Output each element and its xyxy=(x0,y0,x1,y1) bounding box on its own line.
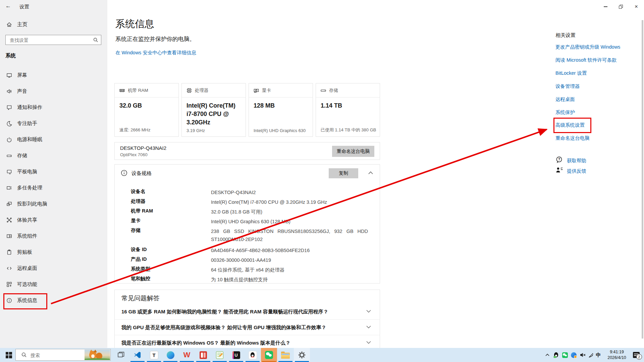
sidebar-item-notifications[interactable]: 通知和操作 xyxy=(0,101,107,114)
collapse-chevron-icon[interactable] xyxy=(368,171,373,174)
storage-drive-icon xyxy=(6,153,12,159)
sidebar-item-power-sleep[interactable]: 电源和睡眠 xyxy=(0,133,107,146)
wps-icon: W xyxy=(183,351,191,359)
taskbar-app-vscode[interactable] xyxy=(129,348,146,362)
related-link-change-product-key[interactable]: 更改产品密钥或升级 Windows xyxy=(555,44,620,50)
svg-text:?: ? xyxy=(558,158,560,161)
sidebar-section-label: 系统 xyxy=(5,52,16,59)
sidebar-item-optional-features[interactable]: 可选功能 xyxy=(0,278,107,291)
sidebar-item-tablet[interactable]: 平板电脑 xyxy=(0,165,107,178)
taskbar-app-typora[interactable]: T xyxy=(146,348,162,362)
taskbar-app-pdf[interactable] xyxy=(195,348,211,362)
related-link-rename-pc[interactable]: 重命名这台电脑 xyxy=(555,135,590,141)
home-icon xyxy=(6,22,12,27)
chevron-down-icon xyxy=(366,341,371,344)
sidebar-item-about[interactable]: 系统信息 xyxy=(0,294,107,307)
settings-window: ← 设置 主页 系统 屏幕 声音 通知和操作 专注助手 xyxy=(0,0,644,362)
security-center-link[interactable]: 在 Windows 安全中心中查看详细信息 xyxy=(115,50,196,56)
sidebar-item-multitasking[interactable]: 多任务处理 xyxy=(0,181,107,194)
device-model: OptiPlex 7060 xyxy=(120,152,148,157)
taskbar-app-qq[interactable] xyxy=(245,348,261,362)
minimize-button[interactable] xyxy=(598,0,613,13)
tray-ime-indicator[interactable]: 中 xyxy=(594,348,602,362)
sidebar-item-home[interactable]: 主页 xyxy=(0,19,107,30)
remote-desktop-icon xyxy=(6,265,12,271)
tablet-icon xyxy=(6,169,12,175)
taskbar-app-settings[interactable] xyxy=(294,348,310,362)
get-help-link[interactable]: 获取帮助 xyxy=(567,158,586,164)
sidebar-item-display[interactable]: 屏幕 xyxy=(0,68,107,82)
taskbar-app-intellij-u[interactable]: U xyxy=(228,348,244,362)
start-button[interactable] xyxy=(3,348,15,362)
sidebar-item-focus-assist[interactable]: 专注助手 xyxy=(0,117,107,130)
tray-show-hidden-icons[interactable] xyxy=(543,348,551,362)
taskbar-app-edge[interactable] xyxy=(162,348,178,362)
close-button[interactable]: × xyxy=(629,0,644,13)
sidebar-item-storage[interactable]: 存储 xyxy=(0,149,107,162)
related-link-system-protection[interactable]: 系统保护 xyxy=(555,109,575,116)
taskbar-app-file-explorer[interactable] xyxy=(277,348,293,362)
faq-question-row[interactable]: 16 GB 或更多 RAM 如何影响我的电脑性能？ 能否使用此 RAM 容量顺畅… xyxy=(115,304,380,319)
settings-search-input[interactable] xyxy=(9,35,88,45)
file-explorer-icon xyxy=(281,352,290,359)
device-name-panel: DESKTOP-Q43NAI2 OptiPlex 7060 重命名这台电脑 xyxy=(114,142,380,160)
task-view-button[interactable] xyxy=(114,348,128,362)
sidebar-item-clipboard[interactable]: 剪贴板 xyxy=(0,245,107,259)
tray-clock[interactable]: 9:41:19 2026/4/10 xyxy=(603,349,631,361)
tray-qq-icon xyxy=(553,352,559,358)
optional-features-icon xyxy=(6,282,12,287)
info-icon xyxy=(121,170,127,176)
related-link-bitlocker[interactable]: BitLocker 设置 xyxy=(555,70,587,76)
display-icon xyxy=(6,72,12,78)
taskbar-search-icon xyxy=(21,352,26,357)
ram-icon xyxy=(119,88,125,93)
taskbar: T W xyxy=(0,348,644,362)
tray-qq[interactable] xyxy=(552,348,560,362)
sidebar-home-label: 主页 xyxy=(17,21,28,28)
volume-muted-icon xyxy=(580,352,586,358)
related-link-device-manager[interactable]: 设备管理器 xyxy=(555,83,580,89)
chevron-up-icon xyxy=(545,354,549,356)
related-link-license-terms[interactable]: 阅读 Microsoft 软件许可条款 xyxy=(555,57,617,63)
tray-wechat[interactable] xyxy=(561,348,569,362)
notepad-plus-icon xyxy=(216,351,223,359)
taskbar-search-box xyxy=(15,349,111,361)
feedback-icon xyxy=(556,167,563,174)
tray-browser[interactable] xyxy=(570,348,578,362)
sidebar-item-remote-desktop[interactable]: 远程桌面 xyxy=(0,261,107,275)
notification-badge: 2 xyxy=(636,354,642,360)
pen-icon xyxy=(588,352,594,358)
sidebar-item-projecting[interactable]: 投影到此电脑 xyxy=(0,197,107,210)
card-graphics: 显卡 128 MB Intel(R) UHD Graphics 630 xyxy=(249,83,313,137)
sidebar-item-sound[interactable]: 声音 xyxy=(0,84,107,98)
sidebar-item-system-components[interactable]: 系统组件 xyxy=(0,229,107,243)
tray-time: 9:41:19 xyxy=(603,349,631,355)
taskbar-search-input[interactable] xyxy=(30,349,78,361)
faq-question-row[interactable]: 我是否正在运行最新版本的 Windows OS？ 最新的 Windows 版本是… xyxy=(115,335,380,348)
copy-button[interactable]: 复制 xyxy=(329,168,358,178)
back-button[interactable]: ← xyxy=(5,3,11,9)
taskbar-app-wechat[interactable] xyxy=(261,348,277,362)
tray-ink-workspace[interactable] xyxy=(587,348,595,362)
action-center-button[interactable]: 2 xyxy=(631,348,642,362)
taskbar-app-wps[interactable]: W xyxy=(179,348,195,362)
tray-volume[interactable] xyxy=(578,348,587,362)
sidebar-item-shared-experiences[interactable]: 体验共享 xyxy=(0,213,107,227)
multitasking-icon xyxy=(6,185,12,191)
related-link-advanced-system-settings[interactable]: 高级系统设置 xyxy=(555,122,585,128)
taskbar-app-notepadpp[interactable] xyxy=(212,348,228,362)
processor-icon xyxy=(186,88,192,93)
notifications-icon xyxy=(6,105,12,110)
related-link-remote-desktop[interactable]: 远程桌面 xyxy=(555,96,575,103)
scrollbar-thumb[interactable] xyxy=(642,20,643,339)
u-app-icon: U xyxy=(232,351,240,359)
system-components-icon xyxy=(6,233,12,239)
settings-gear-icon xyxy=(298,351,306,359)
specs-title: 设备规格 xyxy=(131,170,152,177)
faq-question-row[interactable]: 我的 GPU 是否足够使用高级游戏和视频体验？ 如何让专用 GPU 增强我的体验… xyxy=(115,319,380,335)
feedback-link[interactable]: 提供反馈 xyxy=(567,168,586,174)
search-box-picture-foxes[interactable] xyxy=(85,350,110,360)
restore-button[interactable] xyxy=(613,0,629,13)
focus-assist-icon xyxy=(6,121,12,126)
rename-pc-button[interactable]: 重命名这台电脑 xyxy=(332,146,374,157)
